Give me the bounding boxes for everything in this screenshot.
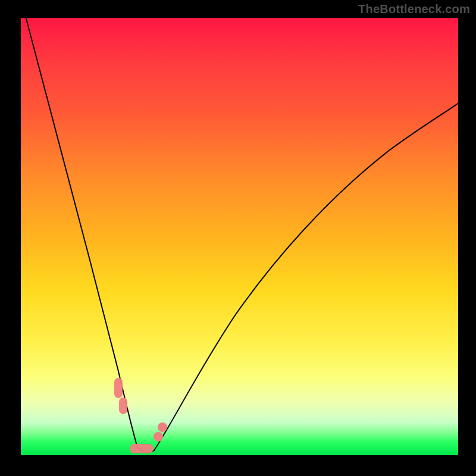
curve-layer xyxy=(21,18,458,455)
marker-dot-right-lower xyxy=(154,432,163,441)
watermark-text: TheBottleneck.com xyxy=(358,2,470,16)
bottleneck-curve xyxy=(24,18,458,452)
marker-pill-valley xyxy=(130,444,154,453)
marker-pill-left-upper xyxy=(114,378,123,398)
chart-stage: TheBottleneck.com xyxy=(0,0,476,476)
plot-area xyxy=(21,18,458,455)
curve-right-branch xyxy=(154,101,458,450)
marker-dot-right-upper xyxy=(158,422,167,432)
marker-pill-left-lower xyxy=(119,397,127,414)
